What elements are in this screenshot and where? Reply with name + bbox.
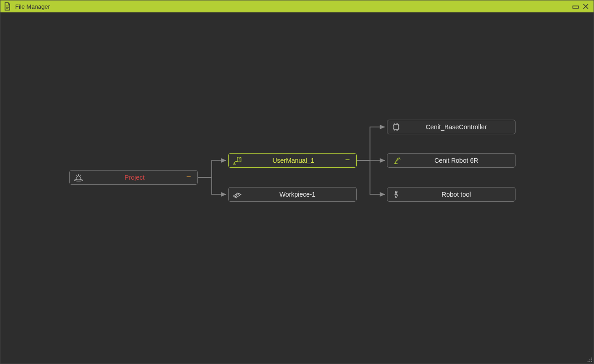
svg-point-7 <box>589 359 590 360</box>
close-button[interactable] <box>581 1 591 11</box>
svg-point-3 <box>234 163 235 164</box>
svg-point-8 <box>591 359 592 360</box>
svg-rect-0 <box>573 6 578 8</box>
node-label: UserManual_1 <box>243 157 343 164</box>
node-usermanual[interactable]: UserManual_1 − <box>228 153 357 168</box>
node-label: Workpiece-1 <box>243 191 352 198</box>
workpiece-icon <box>231 190 243 199</box>
node-label: Robot tool <box>402 191 510 198</box>
svg-point-9 <box>588 361 588 362</box>
resize-grip[interactable] <box>586 356 593 363</box>
svg-point-11 <box>591 361 592 362</box>
tool-icon <box>390 190 402 199</box>
file-manager-window: File Manager <box>0 0 594 364</box>
node-label: Cenit_BaseController <box>402 123 510 131</box>
node-controller[interactable]: Cenit_BaseController <box>387 120 516 134</box>
node-tool[interactable]: Robot tool <box>387 187 516 202</box>
project-icon <box>73 173 84 182</box>
app-icon <box>3 2 11 11</box>
window-title: File Manager <box>15 3 50 10</box>
node-workpiece[interactable]: Workpiece-1 <box>228 187 357 202</box>
titlebar[interactable]: File Manager <box>0 0 594 12</box>
svg-point-1 <box>74 179 83 181</box>
graph-canvas[interactable]: Project − UserManual_1 − <box>0 12 594 364</box>
station-icon <box>231 156 243 165</box>
node-label: Project <box>84 174 185 181</box>
svg-point-10 <box>589 361 590 362</box>
svg-point-6 <box>591 358 592 358</box>
node-robot[interactable]: Cenit Robot 6R <box>387 153 516 168</box>
node-label: Cenit Robot 6R <box>402 157 510 164</box>
node-project[interactable]: Project − <box>69 170 198 185</box>
svg-rect-2 <box>237 157 241 162</box>
svg-rect-4 <box>394 124 398 130</box>
controller-icon <box>390 122 402 132</box>
robot-icon <box>390 156 402 165</box>
minimize-button[interactable] <box>571 1 581 11</box>
